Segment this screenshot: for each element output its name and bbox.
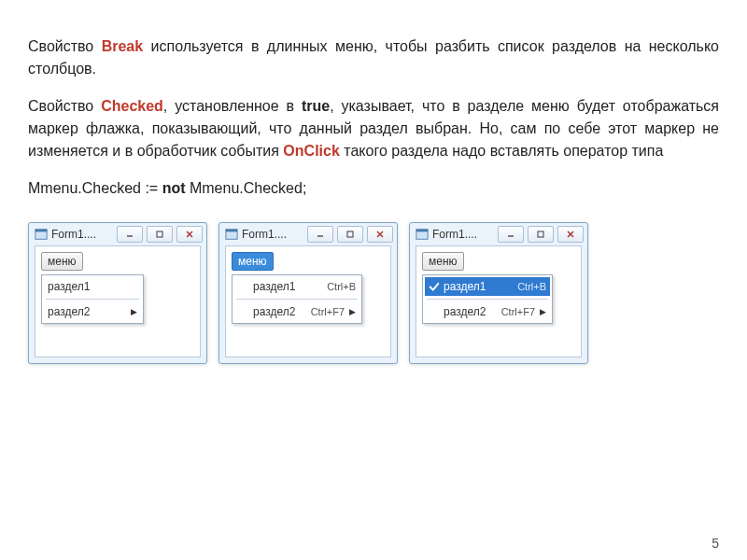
menubar: меню — [422, 252, 575, 271]
paragraph-break: Свойство Break используется в длинных ме… — [28, 35, 719, 80]
menu-button[interactable]: меню — [422, 252, 464, 271]
app-icon — [416, 228, 429, 241]
submenu-arrow-icon: ▶ — [130, 307, 137, 316]
window-title: Form1.... — [432, 228, 494, 241]
code-line: Mmenu.Checked := not Mmenu.Checked; — [28, 177, 719, 200]
minimize-button[interactable] — [498, 226, 524, 243]
submenu-arrow-icon: ▶ — [539, 307, 546, 316]
maximize-button[interactable] — [528, 226, 554, 243]
menu-dropdown: раздел1 Ctrl+B раздел2 Ctrl+F7 ▶ — [232, 274, 362, 324]
code-text: Mmenu.Checked; — [186, 180, 307, 196]
text: такого раздела надо вставлять оператор т… — [340, 143, 664, 159]
window-example-2: Form1.... меню раздел1 Ctrl+B — [218, 222, 398, 364]
check-icon — [429, 281, 440, 292]
menu-separator — [427, 299, 548, 300]
menu-item-label: раздел2 — [48, 305, 126, 318]
menu-item-r1[interactable]: раздел1 Ctrl+B — [234, 277, 359, 296]
app-icon — [35, 228, 48, 241]
keyword-onclick: OnClick — [283, 143, 339, 159]
svg-rect-15 — [538, 231, 543, 237]
window-example-3: Form1.... меню раздел1 Ctrl+B — [409, 222, 588, 364]
titlebar: Form1.... — [219, 223, 397, 245]
svg-rect-7 — [226, 230, 237, 232]
menu-item-r1[interactable]: раздел1 — [44, 277, 141, 296]
svg-rect-9 — [347, 231, 353, 237]
window-example-1: Form1.... меню раздел1 раздел2 ▶ — [28, 222, 207, 364]
client-area: меню раздел1 Ctrl+B раздел2 Ctrl+F7 — [416, 245, 582, 357]
submenu-arrow-icon: ▶ — [348, 307, 356, 316]
keyword-break: Break — [102, 38, 143, 54]
menu-item-label: раздел1 — [444, 280, 514, 293]
svg-rect-3 — [157, 231, 162, 237]
keyword-not: not — [162, 180, 186, 196]
svg-rect-13 — [416, 230, 428, 232]
minimize-button[interactable] — [307, 226, 333, 243]
text: Свойство — [28, 98, 101, 114]
menu-dropdown: раздел1 Ctrl+B раздел2 Ctrl+F7 ▶ — [422, 274, 553, 324]
menu-item-shortcut: Ctrl+B — [327, 281, 356, 292]
menu-item-label: раздел2 — [444, 305, 498, 318]
code-text: Mmenu.Checked := — [28, 180, 162, 196]
text: Свойство — [28, 38, 102, 54]
menu-item-r1[interactable]: раздел1 Ctrl+B — [425, 277, 550, 296]
maximize-button[interactable] — [147, 226, 173, 243]
menu-item-label: раздел1 — [253, 280, 323, 293]
menubar: меню — [41, 252, 194, 271]
menu-item-label: раздел1 — [48, 280, 137, 293]
menu-item-shortcut: Ctrl+F7 — [501, 306, 535, 317]
app-icon — [225, 228, 238, 241]
text: , установленное в — [163, 98, 302, 114]
page-number: 5 — [712, 536, 719, 551]
titlebar: Form1.... — [29, 223, 206, 245]
menu-item-shortcut: Ctrl+B — [517, 281, 546, 292]
menu-item-r2[interactable]: раздел2 ▶ — [44, 302, 141, 321]
menu-separator — [236, 299, 358, 300]
menu-button[interactable]: меню — [232, 252, 274, 271]
examples-row: Form1.... меню раздел1 раздел2 ▶ — [28, 222, 719, 364]
keyword-true: true — [302, 98, 330, 114]
menu-button[interactable]: меню — [41, 252, 83, 271]
menubar: меню — [232, 252, 385, 271]
menu-item-r2[interactable]: раздел2 Ctrl+F7 ▶ — [425, 302, 550, 321]
client-area: меню раздел1 раздел2 ▶ — [35, 245, 201, 357]
close-button[interactable] — [557, 226, 584, 243]
client-area: меню раздел1 Ctrl+B раздел2 Ctrl+F7 ▶ — [225, 245, 391, 357]
menu-item-r2[interactable]: раздел2 Ctrl+F7 ▶ — [234, 302, 359, 321]
menu-separator — [46, 299, 139, 300]
titlebar: Form1.... — [410, 223, 587, 245]
svg-rect-1 — [35, 230, 47, 232]
menu-item-label: раздел2 — [253, 305, 307, 318]
close-button[interactable] — [367, 226, 393, 243]
keyword-checked: Checked — [101, 98, 163, 114]
window-title: Form1.... — [242, 228, 303, 241]
window-title: Form1.... — [51, 228, 113, 241]
menu-item-shortcut: Ctrl+F7 — [311, 306, 345, 317]
close-button[interactable] — [176, 226, 203, 243]
paragraph-checked: Свойство Checked, установленное в true, … — [28, 95, 719, 162]
minimize-button[interactable] — [117, 226, 143, 243]
maximize-button[interactable] — [337, 226, 363, 243]
menu-dropdown: раздел1 раздел2 ▶ — [41, 274, 144, 324]
